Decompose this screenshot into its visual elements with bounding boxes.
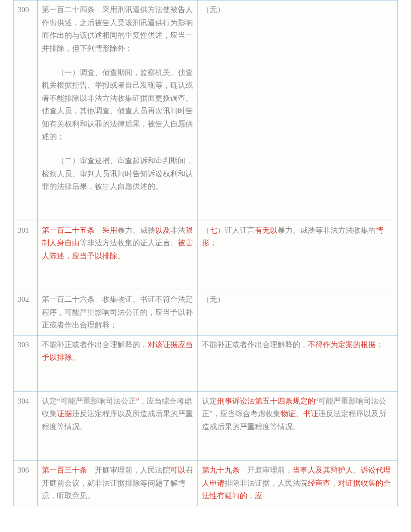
table-row: 300第一百二十四条 采用刑讯逼供方法使被告人作出供述，之后被告人受该刑讯逼供行… xyxy=(14,1,398,221)
plain-text: 第一百二十六条 收集物证、书证不符合法定程序，可能严重影响司法公正的，应当予以补… xyxy=(42,295,193,329)
diff-text: 第九十九条 xyxy=(202,466,240,474)
left-cell: 第一百二十六条 收集物证、书证不符合法定程序，可能严重影响司法公正的，应当予以补… xyxy=(37,290,197,336)
row-number: 303 xyxy=(14,335,38,391)
plain-text xyxy=(42,207,49,215)
diff-text: 应 xyxy=(255,492,262,500)
text-block: 第一百二十五条 采用暴力、威胁以及非法限制人身自由等非法方法收集的证人证言、被害… xyxy=(42,224,193,263)
table-row: 302第一百二十六条 收集物证、书证不符合法定程序，可能严重影响司法公正的，应当… xyxy=(14,290,398,336)
row-number: 300 xyxy=(14,1,38,221)
plain-text: ： xyxy=(376,341,383,349)
row-number: 301 xyxy=(14,221,38,290)
text-block xyxy=(42,274,193,287)
table-row: 304认定“可能严重影响司法公正”，应当综合考虑收集证据违反法定程序以及所造成后… xyxy=(14,391,398,461)
left-cell: 不能补正或者作出合理解释的，对该证据应当予以排除。 xyxy=(37,335,197,391)
text-block xyxy=(42,375,193,388)
row-number: 304 xyxy=(14,391,38,461)
plain-text xyxy=(42,377,49,385)
text-block: 不能补正或者作出合理解释的，对该证据应当予以排除。 xyxy=(42,339,193,364)
plain-text: （无） xyxy=(202,295,225,303)
diff-text: 经审查 xyxy=(308,479,330,487)
plain-text xyxy=(42,276,49,284)
text-block: （七）证人证言有无以暴力、威胁等非法方法收集的情形； xyxy=(202,224,393,250)
plain-text: 。 xyxy=(72,353,80,361)
table-body: 300第一百二十四条 采用刑讯逼供方法使被告人作出供述，之后被告人受该刑讯逼供行… xyxy=(14,1,398,506)
right-cell: （无） xyxy=(197,1,397,221)
plain-text: ， xyxy=(247,492,255,500)
text-block: 第一百三十条 开庭审理前，人民法院可以召开庭前会议，就非法证据排除等问题了解情况… xyxy=(42,464,193,503)
plain-text: 、 xyxy=(353,466,361,474)
text-block: （二）审查逮捕、审查起诉和审判期间，检察人员、审判人员讯问时告知诉讼权利和认罪的… xyxy=(42,155,193,193)
text-block: 不能补正或者作出合理解释的，不得作为定案的根据： xyxy=(202,339,393,352)
text-block: （一）调查、侦查期间，监察机关、侦查机关根据控告、举报或者自己发现等，确认或者不… xyxy=(42,66,193,144)
text-block: 第九十九条 开庭审理前，当事人及其辩护人、诉讼代理人申请排除非法证据，人民法院经… xyxy=(202,464,393,503)
right-cell: 不能补正或者作出合理解释的，不得作为定案的根据： xyxy=(197,335,397,391)
plain-text: ）证人证言 xyxy=(217,226,255,234)
plain-text: 认定 xyxy=(202,397,217,405)
plain-text: 认定 xyxy=(42,397,57,405)
diff-text: 七 xyxy=(210,226,217,234)
text-block: 认定刑事诉讼法第五十四条规定的“可能严重影响司法公正”，应当综合考虑收集物证、书… xyxy=(202,395,393,434)
plain-text: （二）审查逮捕、审查起诉和审判期间，检察人员、审判人员讯问时告知诉讼权利和认罪的… xyxy=(42,157,193,190)
plain-text: 不能补正或者作出合理解释的， xyxy=(42,341,148,349)
plain-text: 暴力、威胁 xyxy=(117,226,155,234)
text-block: （无） xyxy=(202,4,393,17)
plain-text xyxy=(202,447,210,455)
row-number: 302 xyxy=(14,290,38,336)
text-block: 认定“可能严重影响司法公正”，应当综合考虑收集证据违反法定程序以及所造成后果的严… xyxy=(42,395,193,434)
text-block: （无） xyxy=(202,293,393,306)
text-block xyxy=(202,445,393,458)
plain-text: （一）调查、侦查期间，监察机关、侦查机关根据控告、举报或者自己发现等，确认或者不… xyxy=(42,69,193,141)
diff-text: 第一百三十条 xyxy=(42,466,87,474)
text-block xyxy=(42,205,193,218)
plain-text: 不能补正或者作出合理解释的， xyxy=(202,341,308,349)
left-cell: 第一百三十条 开庭审理前，人民法院可以召开庭前会议，就非法证据排除等问题了解情况… xyxy=(37,461,197,506)
diff-text: 第一百二十五条 采用 xyxy=(42,226,117,234)
plain-text: 可能严重影响司法公正 xyxy=(60,397,136,405)
right-cell: （七）证人证言有无以暴力、威胁等非法方法收集的情形； xyxy=(197,221,397,290)
table-row: 306第一百三十条 开庭审理前，人民法院可以召开庭前会议，就非法证据排除等问题了… xyxy=(14,461,398,506)
right-cell: （无） xyxy=(197,290,397,336)
plain-text: 非法 xyxy=(170,226,185,234)
left-cell: 第一百二十五条 采用暴力、威胁以及非法限制人身自由等非法方法收集的证人证言、被害… xyxy=(37,221,197,290)
comparison-table: 300第一百二十四条 采用刑讯逼供方法使被告人作出供述，之后被告人受该刑讯逼供行… xyxy=(13,0,398,506)
diff-text: 以及 xyxy=(155,226,170,234)
text-block: 第一百二十六条 收集物证、书证不符合法定程序，可能严重影响司法公正的，应当予以补… xyxy=(42,293,193,332)
left-cell: 认定“可能严重影响司法公正”，应当综合考虑收集证据违反法定程序以及所造成后果的严… xyxy=(37,391,197,461)
plain-text: 排除非法证据，人民法院 xyxy=(225,479,308,487)
text-block: 第一百二十四条 采用刑讯逼供方法使被告人作出供述，之后被告人受该刑讯逼供行为影响… xyxy=(42,4,193,55)
diff-text: 可以 xyxy=(170,466,185,474)
plain-text: 等非法方法收集的证人证言 xyxy=(80,239,170,247)
table-row: 303不能补正或者作出合理解释的，对该证据应当予以排除。 不能补正或者作出合理解… xyxy=(14,335,398,391)
diff-text: 当事人及其辩护人 xyxy=(293,466,353,474)
plain-text: ， xyxy=(330,479,338,487)
plain-text: ； xyxy=(210,239,217,247)
diff-text: 刑事诉讼法第五十四条规定的 xyxy=(217,397,315,405)
plain-text: 、 xyxy=(296,410,303,418)
left-cell: 第一百二十四条 采用刑讯逼供方法使被告人作出供述，之后被告人受该刑讯逼供行为影响… xyxy=(37,1,197,221)
plain-text: 开庭审理前， xyxy=(240,466,293,474)
plain-text: （无） xyxy=(202,6,225,14)
diff-text: 书证 xyxy=(303,410,318,418)
table-row: 301第一百二十五条 采用暴力、威胁以及非法限制人身自由等非法方法收集的证人证言… xyxy=(14,221,398,290)
plain-text: 暴力、威胁等非法方法收集的 xyxy=(278,226,376,234)
row-number: 306 xyxy=(14,461,38,506)
diff-text: “ xyxy=(57,397,60,405)
plain-text: 开庭审理前，人民法院 xyxy=(87,466,170,474)
diff-text: 有无以 xyxy=(255,226,278,234)
plain-text: 第一百二十四条 采用刑讯逼供方法使被告人作出供述，之后被告人受该刑讯逼供行为影响… xyxy=(42,6,193,52)
plain-text: （ xyxy=(202,226,210,234)
right-cell: 第九十九条 开庭审理前，当事人及其辩护人、诉讼代理人申请排除非法证据，人民法院经… xyxy=(197,461,397,506)
diff-text: 不得作为定案的根据 xyxy=(308,341,376,349)
plain-text: 。 xyxy=(117,252,125,260)
diff-text: 证据 xyxy=(57,410,72,418)
diff-text: 物证 xyxy=(281,410,296,418)
right-cell: 认定刑事诉讼法第五十四条规定的“可能严重影响司法公正”，应当综合考虑收集物证、书… xyxy=(197,391,397,461)
